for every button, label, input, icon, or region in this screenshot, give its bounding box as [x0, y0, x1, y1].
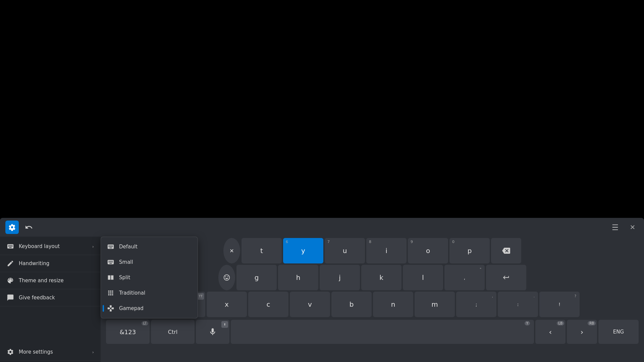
keyboard-close-button[interactable]: ✕: [627, 221, 639, 233]
header-left: [5, 221, 35, 234]
default-layout-icon: [107, 243, 114, 250]
sidebar-item-more-settings[interactable]: More settings ›: [0, 344, 101, 361]
sidebar-item-give-feedback[interactable]: Give feedback: [0, 289, 101, 306]
key-c[interactable]: c: [248, 292, 288, 317]
key-m[interactable]: m: [415, 292, 455, 317]
key-y[interactable]: 6 y: [283, 238, 323, 263]
arrow-right-key[interactable]: RB ›: [567, 320, 597, 344]
key-v-char: v: [308, 300, 312, 308]
gear-icon: [8, 224, 16, 231]
gamepad-layout-icon: [107, 305, 114, 312]
undo-icon: [25, 223, 33, 231]
key-h-char: h: [296, 274, 301, 282]
dropdown-item-traditional[interactable]: Traditional: [101, 285, 198, 301]
key-u-char: u: [343, 247, 347, 255]
lang-key-label: ENG: [613, 329, 624, 335]
dock-button[interactable]: [609, 221, 621, 233]
key-h[interactable]: h: [278, 265, 318, 290]
arrow-left-icon: ‹: [549, 328, 552, 336]
theme-icon: [7, 277, 14, 284]
key-k[interactable]: k: [361, 265, 401, 290]
key-j-char: j: [339, 274, 341, 282]
sidebar-label-theme-resize: Theme and resize: [19, 278, 64, 284]
key-m-char: m: [431, 300, 438, 308]
check-traditional: [103, 292, 104, 294]
key-n[interactable]: n: [373, 292, 413, 317]
key-u[interactable]: 7 u: [325, 238, 365, 263]
num-key[interactable]: LT &123: [106, 320, 150, 344]
check-split: [103, 277, 104, 278]
more-settings-icon: [7, 348, 14, 356]
header-right: ✕: [609, 221, 639, 233]
key-l[interactable]: l: [403, 265, 443, 290]
backspace-icon: [502, 247, 510, 255]
dropdown-item-default[interactable]: Default: [101, 239, 198, 254]
dropdown-item-split[interactable]: Split: [101, 270, 198, 285]
mic-key[interactable]: ⬆: [196, 320, 229, 344]
check-small: [103, 261, 104, 263]
key-o[interactable]: 9 o: [408, 238, 448, 263]
key-u-num: 7: [327, 240, 330, 244]
x-button-key[interactable]: ✕: [223, 238, 240, 263]
bottom-row: LT &123 Ctrl ⬆ Y LB ‹: [103, 318, 641, 347]
key-g[interactable]: g: [236, 265, 277, 290]
key-i[interactable]: 8 i: [366, 238, 407, 263]
sidebar-item-theme-resize[interactable]: Theme and resize: [0, 272, 101, 289]
y-badge: Y: [525, 321, 530, 325]
dropdown-label-traditional: Traditional: [119, 290, 145, 296]
undo-button[interactable]: [23, 221, 35, 233]
keyboard-layout-icon: [7, 243, 14, 250]
lang-key[interactable]: ENG: [598, 320, 639, 344]
key-x[interactable]: x: [207, 292, 247, 317]
sidebar-item-keyboard-layout[interactable]: Keyboard layout ›: [0, 238, 101, 255]
emoji-key[interactable]: [218, 265, 235, 290]
chevron-icon: ›: [92, 244, 94, 249]
dropdown-item-small[interactable]: Small: [101, 254, 198, 270]
mic-badge: ⬆: [221, 321, 228, 328]
key-j[interactable]: j: [320, 265, 360, 290]
space-key[interactable]: Y: [231, 320, 534, 344]
key-t[interactable]: t: [241, 238, 282, 263]
key-exclaim[interactable]: ? !: [539, 292, 580, 317]
ctrl-key[interactable]: Ctrl: [151, 320, 195, 344]
rb-badge: RB: [588, 321, 596, 325]
key-semicolon[interactable]: , ;: [456, 292, 496, 317]
key-v[interactable]: v: [290, 292, 330, 317]
dropdown-label-default: Default: [119, 244, 138, 250]
num-key-label: &123: [120, 328, 136, 336]
keyboard-header: ✕: [0, 218, 644, 237]
enter-icon: [502, 274, 510, 281]
key-b-char: b: [350, 300, 354, 308]
key-comma-quote[interactable]: " ,: [444, 265, 485, 290]
dropdown-label-gamepad: Gamepad: [119, 305, 144, 311]
dropdown-item-gamepad[interactable]: Gamepad: [101, 301, 198, 316]
tt-badge: TT: [197, 293, 204, 300]
dropdown-label-split: Split: [119, 275, 130, 281]
key-x-char: x: [225, 300, 229, 308]
key-y-num: 6: [286, 240, 288, 244]
sidebar-label-handwriting: Handwriting: [19, 260, 49, 266]
settings-button[interactable]: [5, 221, 19, 234]
key-exclaim-char: !: [558, 302, 560, 307]
sidebar-label-keyboard-layout: Keyboard layout: [19, 243, 60, 249]
keyboard-body: Keyboard layout › Handwriting Theme and …: [0, 237, 644, 362]
arrow-right-icon: ›: [581, 328, 584, 336]
enter-key[interactable]: [486, 265, 526, 290]
key-p[interactable]: 0 p: [449, 238, 490, 263]
small-layout-icon: [107, 258, 114, 266]
key-n-char: n: [391, 300, 395, 308]
key-period-secondary: .: [534, 294, 535, 298]
layout-dropdown: Default Small Split: [101, 237, 198, 318]
key-colon[interactable]: . :: [498, 292, 538, 317]
lt-badge: LT: [142, 321, 148, 325]
dock-icon: [611, 224, 619, 231]
key-comma-secondary: ,: [492, 294, 493, 298]
key-b[interactable]: b: [331, 292, 372, 317]
sidebar-label-give-feedback: Give feedback: [19, 295, 55, 301]
backspace-key[interactable]: [491, 238, 521, 263]
lb-badge: LB: [557, 321, 564, 325]
sidebar-item-handwriting[interactable]: Handwriting: [0, 255, 101, 272]
arrow-left-key[interactable]: LB ‹: [535, 320, 566, 344]
key-g-char: g: [255, 274, 259, 282]
ctrl-key-label: Ctrl: [168, 329, 177, 335]
